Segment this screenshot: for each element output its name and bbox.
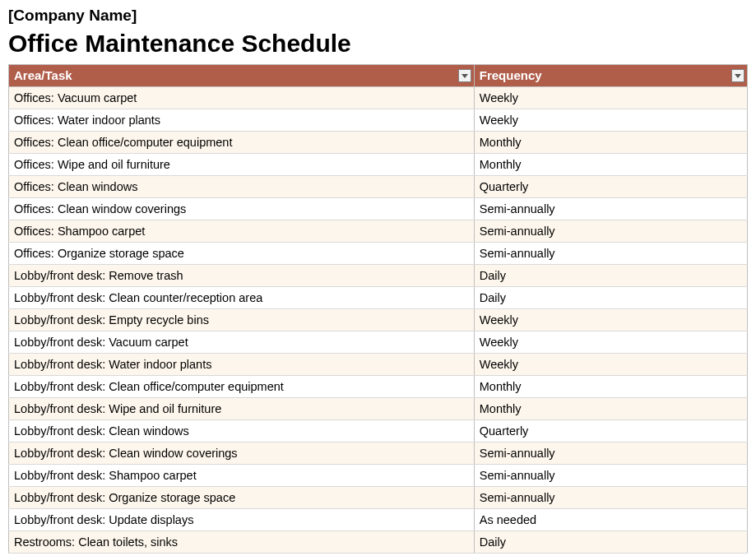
cell-task: Offices: Shampoo carpet <box>9 220 475 243</box>
cell-frequency: Daily <box>474 265 747 287</box>
cell-task: Lobby/front desk: Clean office/computer … <box>9 376 475 398</box>
table-row: Lobby/front desk: Clean window coverings… <box>9 442 748 465</box>
table-header-row: Area/Task Frequency <box>9 65 748 87</box>
cell-task: Lobby/front desk: Vacuum carpet <box>9 331 475 354</box>
table-row: Lobby/front desk: Wipe and oil furniture… <box>9 398 748 420</box>
cell-task: Lobby/front desk: Remove trash <box>9 265 475 287</box>
cell-frequency: Monthly <box>474 398 747 420</box>
table-row: Restrooms: Clean toilets, sinksDaily <box>9 531 748 554</box>
table-row: Offices: Shampoo carpetSemi-annually <box>9 220 748 243</box>
cell-frequency: Weekly <box>474 309 747 331</box>
table-row: Lobby/front desk: Empty recycle binsWeek… <box>9 309 748 331</box>
cell-task: Lobby/front desk: Clean counter/receptio… <box>9 287 475 309</box>
cell-frequency: Weekly <box>474 331 747 354</box>
filter-button-task[interactable] <box>458 69 471 82</box>
cell-frequency: Semi-annually <box>474 243 747 265</box>
table-row: Lobby/front desk: Organize storage space… <box>9 487 748 509</box>
table-row: Offices: Organize storage spaceSemi-annu… <box>9 243 748 265</box>
cell-frequency: Semi-annually <box>474 487 747 509</box>
cell-frequency: Semi-annually <box>474 220 747 243</box>
chevron-down-icon <box>461 74 468 78</box>
table-row: Lobby/front desk: Clean office/computer … <box>9 376 748 398</box>
header-task-label: Area/Task <box>14 68 72 82</box>
table-body: Offices: Vacuum carpetWeeklyOffices: Wat… <box>9 87 748 554</box>
cell-task: Offices: Organize storage space <box>9 243 475 265</box>
cell-task: Lobby/front desk: Empty recycle bins <box>9 309 475 331</box>
cell-task: Lobby/front desk: Organize storage space <box>9 487 475 509</box>
cell-task: Offices: Clean windows <box>9 176 475 198</box>
table-row: Offices: Wipe and oil furnitureMonthly <box>9 154 748 176</box>
table-row: Lobby/front desk: Clean windowsQuarterly <box>9 420 748 442</box>
cell-frequency: Semi-annually <box>474 198 747 220</box>
table-row: Lobby/front desk: Shampoo carpetSemi-ann… <box>9 465 748 487</box>
cell-frequency: As needed <box>474 509 747 531</box>
cell-frequency: Monthly <box>474 132 747 154</box>
cell-frequency: Weekly <box>474 109 747 132</box>
maintenance-schedule-table: Area/Task Frequency Offices: Vacuum carp… <box>8 64 748 554</box>
cell-task: Restrooms: Clean toilets, sinks <box>9 531 475 554</box>
cell-frequency: Daily <box>474 531 747 554</box>
cell-task: Lobby/front desk: Shampoo carpet <box>9 465 475 487</box>
table-row: Lobby/front desk: Clean counter/receptio… <box>9 287 748 309</box>
cell-task: Lobby/front desk: Water indoor plants <box>9 354 475 376</box>
table-row: Offices: Water indoor plantsWeekly <box>9 109 748 132</box>
cell-task: Lobby/front desk: Update displays <box>9 509 475 531</box>
table-row: Lobby/front desk: Update displaysAs need… <box>9 509 748 531</box>
cell-task: Lobby/front desk: Wipe and oil furniture <box>9 398 475 420</box>
table-row: Lobby/front desk: Vacuum carpetWeekly <box>9 331 748 354</box>
cell-frequency: Daily <box>474 287 747 309</box>
cell-frequency: Semi-annually <box>474 465 747 487</box>
table-row: Offices: Vacuum carpetWeekly <box>9 87 748 109</box>
filter-button-frequency[interactable] <box>731 69 744 82</box>
table-row: Offices: Clean office/computer equipment… <box>9 132 748 154</box>
cell-frequency: Weekly <box>474 87 747 109</box>
table-row: Offices: Clean windowsQuarterly <box>9 176 748 198</box>
table-row: Lobby/front desk: Water indoor plantsWee… <box>9 354 748 376</box>
cell-task: Offices: Water indoor plants <box>9 109 475 132</box>
table-row: Lobby/front desk: Remove trashDaily <box>9 265 748 287</box>
cell-frequency: Semi-annually <box>474 442 747 465</box>
cell-task: Offices: Vacuum carpet <box>9 87 475 109</box>
table-row: Offices: Clean window coveringsSemi-annu… <box>9 198 748 220</box>
cell-task: Offices: Clean window coverings <box>9 198 475 220</box>
cell-frequency: Quarterly <box>474 176 747 198</box>
cell-frequency: Monthly <box>474 154 747 176</box>
header-frequency-label: Frequency <box>480 68 542 82</box>
cell-frequency: Monthly <box>474 376 747 398</box>
cell-task: Lobby/front desk: Clean windows <box>9 420 475 442</box>
cell-frequency: Weekly <box>474 354 747 376</box>
cell-task: Offices: Clean office/computer equipment <box>9 132 475 154</box>
page-title: Office Maintenance Schedule <box>8 30 748 58</box>
header-task: Area/Task <box>9 65 475 87</box>
company-name: [Company Name] <box>8 7 748 25</box>
cell-task: Offices: Wipe and oil furniture <box>9 154 475 176</box>
chevron-down-icon <box>735 74 741 78</box>
cell-task: Lobby/front desk: Clean window coverings <box>9 442 475 465</box>
cell-frequency: Quarterly <box>474 420 747 442</box>
header-frequency: Frequency <box>474 65 747 87</box>
